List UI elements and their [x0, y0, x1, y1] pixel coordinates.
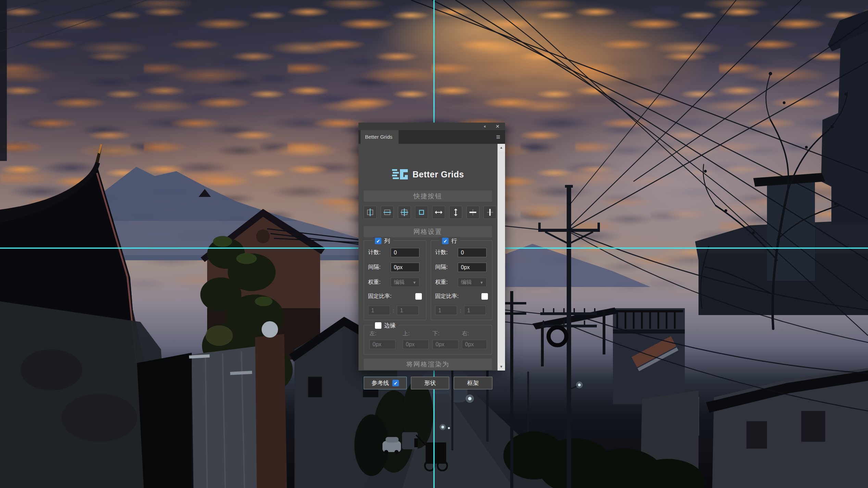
quick-row-guide-button[interactable] [381, 206, 394, 219]
edges-label: 边缘 [384, 322, 396, 329]
horizontal-line-icon [469, 208, 477, 216]
edge-right-label: 右: [462, 330, 487, 337]
render-as-guides-button[interactable]: 参考线 ✓ [364, 377, 407, 389]
panel-body: Better Grids 快捷按钮 [358, 144, 498, 371]
count-label: 计数: [435, 249, 458, 256]
columns-group: ✓ 列 计数: 间隔: 权重: 编辑 ▼ [364, 240, 426, 320]
quick-horizontal-center-button[interactable] [466, 206, 479, 219]
collapse-panel-icon[interactable]: ‹‹ [480, 123, 489, 130]
section-header-render-grid-as: 将网格渲染为 [364, 359, 492, 370]
rows-weight-select[interactable]: 编辑 ▼ [458, 278, 487, 287]
quick-cross-guide-button[interactable] [398, 206, 411, 219]
chevron-down-icon: ▼ [480, 280, 483, 285]
tab-better-grids[interactable]: Better Grids [361, 130, 399, 144]
guides-button-checkbox[interactable]: ✓ [392, 380, 399, 386]
vertical-arrows-icon [452, 208, 460, 216]
rect-horizontal-guide-icon [383, 208, 391, 216]
scroll-up-icon[interactable]: ▲ [498, 144, 505, 151]
better-grids-panel: ‹‹ ✕ Better Grids ≡ Better Grids [358, 123, 505, 371]
edges-checkbox[interactable] [375, 322, 381, 329]
logo-row: Better Grids [358, 166, 498, 182]
panel-menu-icon[interactable]: ≡ [496, 133, 500, 141]
edge-left-label: 左: [369, 330, 395, 337]
square-icon [417, 208, 426, 216]
rows-gap-input[interactable] [458, 263, 487, 272]
quick-buttons-row [364, 206, 497, 219]
rect-cross-guide-icon [400, 208, 408, 216]
guides-button-label: 参考线 [372, 379, 389, 387]
panel-logo-title: Better Grids [413, 170, 464, 179]
edge-left-input[interactable] [369, 340, 395, 349]
columns-label: 列 [384, 237, 390, 245]
rows-fixed-ratio-checkbox[interactable] [481, 293, 488, 300]
edges-group: 边缘 左: 上: 下: 右: [364, 325, 492, 354]
edge-right-input[interactable] [462, 340, 487, 349]
quick-vertical-center-button[interactable] [483, 206, 496, 219]
shape-button-label: 形状 [424, 379, 436, 387]
columns-gap-input[interactable] [391, 263, 419, 272]
rows-group: ✓ 行 计数: 间隔: 权重: 编辑 ▼ [431, 240, 492, 320]
close-panel-icon[interactable]: ✕ [493, 123, 502, 130]
edge-top-label: 上: [403, 330, 429, 337]
edge-top-input[interactable] [403, 340, 429, 349]
scrollbar-thumb[interactable] [498, 151, 505, 363]
rows-checkbox[interactable]: ✓ [442, 238, 449, 244]
section-header-quick-buttons: 快捷按钮 [364, 190, 492, 202]
rows-ratio-left-input[interactable] [435, 306, 457, 315]
panel-titlebar[interactable]: ‹‹ ✕ [358, 123, 505, 130]
rows-weight-value: 编辑 [461, 279, 472, 286]
rows-count-input[interactable] [458, 248, 487, 257]
quick-column-guide-button[interactable] [364, 206, 377, 219]
gap-label: 间隔: [435, 264, 458, 271]
vertical-line-icon [486, 208, 494, 216]
columns-ratio-right-input[interactable] [397, 306, 419, 315]
ratio-colon: : [393, 308, 394, 313]
columns-weight-select[interactable]: 编辑 ▼ [391, 278, 419, 287]
section-header-grid-settings: 网格设置 [364, 226, 492, 237]
horizontal-arrows-icon [435, 208, 443, 216]
quick-vertical-arrows-button[interactable] [449, 206, 462, 219]
weight-label: 权重: [435, 279, 458, 286]
edge-bottom-input[interactable] [432, 340, 458, 349]
columns-ratio-left-input[interactable] [368, 306, 390, 315]
quick-square-button[interactable] [415, 206, 428, 219]
render-buttons-row: 参考线 ✓ 形状 框架 [358, 377, 498, 389]
edge-bottom-label: 下: [432, 330, 458, 337]
count-label: 计数: [368, 249, 391, 256]
fixed-ratio-label: 固定比率: [435, 293, 458, 300]
scroll-down-icon[interactable]: ▼ [498, 363, 505, 371]
rows-ratio-right-input[interactable] [464, 306, 486, 315]
columns-fixed-ratio-checkbox[interactable] [415, 293, 422, 300]
panel-tabrow: Better Grids ≡ [358, 130, 505, 144]
fixed-ratio-label: 固定比率: [368, 293, 391, 300]
ratio-colon: : [460, 308, 461, 313]
chevron-down-icon: ▼ [413, 280, 416, 285]
gap-label: 间隔: [368, 264, 391, 271]
better-grids-logo-icon [392, 168, 408, 180]
columns-checkbox[interactable]: ✓ [375, 238, 381, 244]
rows-label: 行 [451, 237, 457, 245]
rect-vertical-guide-icon [366, 208, 374, 216]
photoshop-canvas: ‹‹ ✕ Better Grids ≡ Better Grids [0, 0, 868, 488]
render-as-frame-button[interactable]: 框架 [454, 377, 492, 389]
panel-scrollbar[interactable]: ▲ ▼ [498, 144, 505, 371]
frame-button-label: 框架 [467, 379, 479, 387]
render-as-shape-button[interactable]: 形状 [411, 377, 449, 389]
columns-count-input[interactable] [391, 248, 419, 257]
weight-label: 权重: [368, 279, 391, 286]
columns-weight-value: 编辑 [394, 279, 405, 286]
quick-horizontal-arrows-button[interactable] [432, 206, 445, 219]
